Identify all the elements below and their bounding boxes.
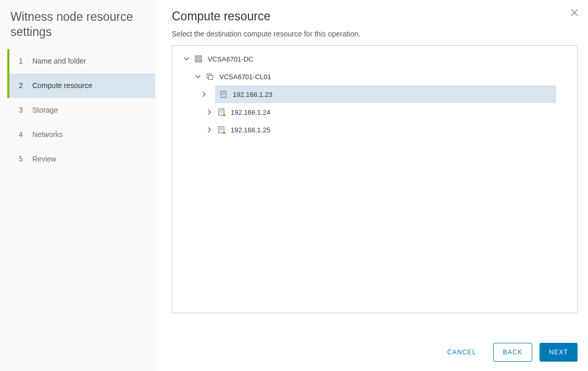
wizard-title: Witness node resource settings [0, 9, 156, 49]
tree-node-label: VCSA6701-DC [208, 55, 253, 63]
tree-node-label: 192.168.1.25 [231, 126, 270, 134]
step-label: Storage [32, 106, 58, 114]
host-icon [219, 90, 228, 98]
tree-node-label: 192.168.1.23 [233, 91, 272, 98]
cancel-button[interactable]: CANCEL [438, 343, 486, 362]
wizard-steps: 1Name and folder2Compute resource3Storag… [0, 49, 156, 171]
host-warn-icon [217, 126, 226, 134]
wizard-step-2[interactable]: 2Compute resource [7, 73, 155, 98]
step-number: 4 [19, 130, 25, 139]
wizard-footer: CANCEL BACK NEXT [172, 333, 578, 371]
back-button[interactable]: BACK [493, 343, 532, 362]
chevron-down-icon[interactable] [194, 73, 202, 80]
tree-node-label: VCSA6701-CL01 [219, 73, 271, 81]
chevron-down-icon[interactable] [183, 55, 190, 63]
page-heading: Compute resource [172, 9, 578, 23]
step-label: Compute resource [32, 81, 92, 90]
tree-node[interactable]: 192.168.1.23 [215, 85, 556, 103]
chevron-right-icon[interactable] [201, 91, 208, 98]
resource-tree: VCSA6701-DCVCSA6701-CL01192.168.1.23192.… [172, 45, 578, 313]
step-label: Networks [32, 130, 62, 139]
step-number: 5 [19, 155, 25, 163]
step-number: 1 [19, 57, 25, 65]
step-number: 2 [19, 81, 25, 90]
next-button[interactable]: NEXT [540, 343, 578, 362]
wizard-step-1[interactable]: 1Name and folder [7, 49, 155, 73]
tree-node-label: 192.168.1.24 [231, 108, 270, 116]
wizard-dialog: Witness node resource settings 1Name and… [0, 0, 588, 371]
step-label: Review [32, 155, 56, 163]
step-number: 3 [19, 106, 25, 114]
chevron-right-icon[interactable] [206, 108, 213, 116]
page-subtitle: Select the destination compute resource … [172, 30, 578, 38]
tree-node[interactable]: VCSA6701-CL01 [172, 68, 577, 85]
host-warn-icon [217, 108, 226, 116]
cluster-icon [206, 72, 214, 81]
chevron-right-icon[interactable] [206, 126, 213, 133]
step-label: Name and folder [32, 57, 86, 65]
tree-node[interactable]: 192.168.1.25 [172, 121, 577, 139]
wizard-step-5[interactable]: 5Review [7, 147, 155, 171]
datacenter-icon [194, 55, 203, 63]
wizard-step-3[interactable]: 3Storage [7, 98, 155, 122]
close-icon[interactable] [570, 8, 581, 19]
tree-node[interactable]: VCSA6701-DC [172, 50, 577, 68]
tree-node[interactable]: 192.168.1.24 [172, 103, 577, 121]
tree-row-wrapper: 192.168.1.23 [172, 85, 577, 103]
wizard-step-4[interactable]: 4Networks [7, 122, 155, 147]
wizard-content: Compute resource Select the destination … [156, 0, 588, 371]
wizard-sidebar: Witness node resource settings 1Name and… [0, 0, 156, 371]
